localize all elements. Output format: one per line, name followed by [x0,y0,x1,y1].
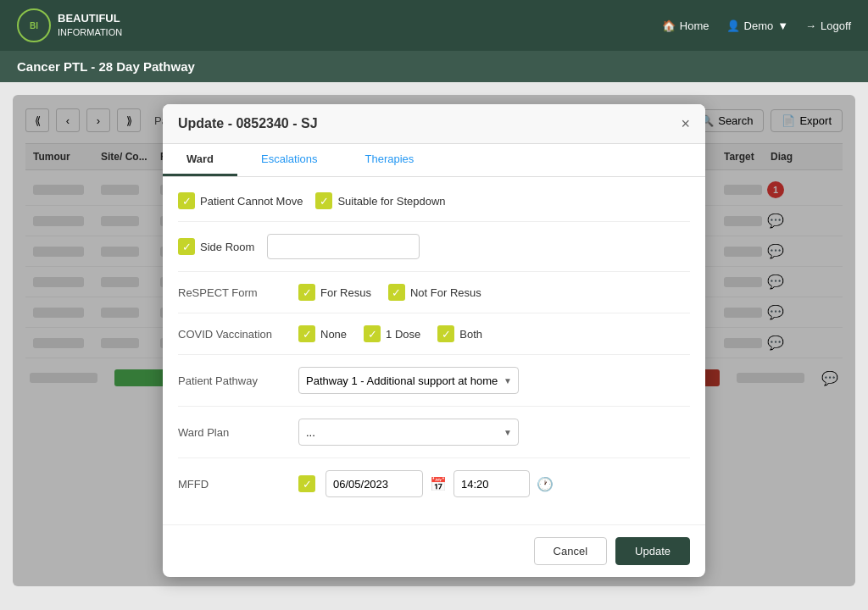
page-title: Cancer PTL - 28 Day Pathway [17,59,195,74]
ward-plan-select[interactable]: ... [298,419,519,446]
pathway-select-wrapper: Pathway 1 - Additional support at home [298,367,519,394]
logoff-link[interactable]: → Logoff [805,19,851,32]
modal-tabs: Ward Escalations Therapies [163,144,705,177]
covid-none-option[interactable]: ✓ None [298,325,347,342]
suitable-stepdown-label: Suitable for Stepdown [337,195,445,208]
modal: Update - 0852340 - SJ × Ward Escalations… [163,104,705,577]
not-for-resus-label: Not For Resus [410,286,481,299]
modal-footer: Cancel Update [163,524,705,577]
covid-both-label: Both [459,328,482,341]
sub-header: Cancer PTL - 28 Day Pathway [0,51,868,82]
form-row-pathway: Patient Pathway Pathway 1 - Additional s… [178,367,690,407]
pathway-label: Patient Pathway [178,374,288,387]
cancel-button[interactable]: Cancel [534,537,607,565]
form-row-respect: ReSPECT Form ✓ For Resus ✓ Not For Resus [178,284,690,313]
main-content: ⟪ ‹ › ⟫ Page: 1/15 (738 records) 0 0 738… [13,95,855,586]
not-for-resus-option[interactable]: ✓ Not For Resus [388,284,481,301]
respect-options: ✓ For Resus ✓ Not For Resus [298,284,481,301]
home-icon: 🏠 [662,19,676,32]
modal-overlay: Update - 0852340 - SJ × Ward Escalations… [13,95,855,586]
covid-options: ✓ None ✓ 1 Dose ✓ Both [298,325,482,342]
logo: BI BEAUTIFUL INFORMATION [17,8,122,42]
home-link[interactable]: 🏠 Home [662,19,709,32]
date-time-row: 📅 🕐 [326,470,554,497]
covid-onedose-label: 1 Dose [386,328,420,341]
form-row-covid: COVID Vaccination ✓ None ✓ 1 Dose ✓ Both [178,325,690,355]
side-room-label: Side Room [200,241,254,253]
chevron-down-icon: ▼ [777,19,788,32]
side-room-checkbox[interactable]: ✓ Side Room [178,238,254,255]
update-button[interactable]: Update [615,537,690,565]
mffd-checkbox-icon: ✓ [298,475,315,492]
ward-plan-label: Ward Plan [178,426,288,439]
covid-label: COVID Vaccination [178,328,288,341]
for-resus-label: For Resus [320,286,371,299]
modal-close-button[interactable]: × [681,116,690,131]
mffd-time-input[interactable] [453,470,530,497]
respect-label: ReSPECT Form [178,286,288,299]
top-nav: BI BEAUTIFUL INFORMATION 🏠 Home 👤 Demo ▼… [0,0,868,51]
covid-both-option[interactable]: ✓ Both [437,325,482,342]
nav-links: 🏠 Home 👤 Demo ▼ → Logoff [662,19,851,32]
pathway-select[interactable]: Pathway 1 - Additional support at home [298,367,519,394]
for-resus-icon: ✓ [298,284,315,301]
covid-none-icon: ✓ [298,325,315,342]
demo-link[interactable]: 👤 Demo ▼ [726,19,789,32]
side-room-checkbox-icon: ✓ [178,238,195,255]
checkbox-checked-icon: ✓ [178,192,195,209]
not-for-resus-icon: ✓ [388,284,405,301]
modal-title: Update - 0852340 - SJ [178,116,318,131]
user-icon: 👤 [726,19,740,32]
tab-escalations[interactable]: Escalations [237,144,341,176]
ward-plan-select-wrapper: ... [298,419,519,446]
logo-icon: BI [17,8,51,42]
form-row-wardplan: Ward Plan ... [178,419,690,458]
mffd-date-input[interactable] [326,470,423,497]
logoff-icon: → [805,19,816,32]
form-row-checkboxes1: ✓ Patient Cannot Move ✓ Suitable for Ste… [178,192,690,222]
form-row-mffd: MFFD ✓ 📅 🕐 [178,470,690,497]
covid-none-label: None [320,328,347,341]
checkbox-checked-icon2: ✓ [315,192,332,209]
modal-header: Update - 0852340 - SJ × [163,104,705,144]
modal-body: ✓ Patient Cannot Move ✓ Suitable for Ste… [163,177,705,524]
form-row-sideroom: ✓ Side Room [178,234,690,272]
logo-text: BEAUTIFUL INFORMATION [58,12,122,38]
clock-icon[interactable]: 🕐 [537,476,554,492]
mffd-checkbox[interactable]: ✓ [298,475,315,492]
patient-cannot-move-label: Patient Cannot Move [200,195,303,208]
tab-ward[interactable]: Ward [163,144,237,176]
tab-therapies[interactable]: Therapies [342,144,438,176]
patient-cannot-move-checkbox[interactable]: ✓ Patient Cannot Move [178,192,303,209]
suitable-stepdown-checkbox[interactable]: ✓ Suitable for Stepdown [315,192,445,209]
for-resus-option[interactable]: ✓ For Resus [298,284,371,301]
covid-onedose-option[interactable]: ✓ 1 Dose [364,325,420,342]
calendar-icon[interactable]: 📅 [430,476,447,492]
covid-both-icon: ✓ [437,325,454,342]
mffd-label: MFFD [178,478,288,491]
covid-onedose-icon: ✓ [364,325,381,342]
side-room-input[interactable] [267,234,420,259]
